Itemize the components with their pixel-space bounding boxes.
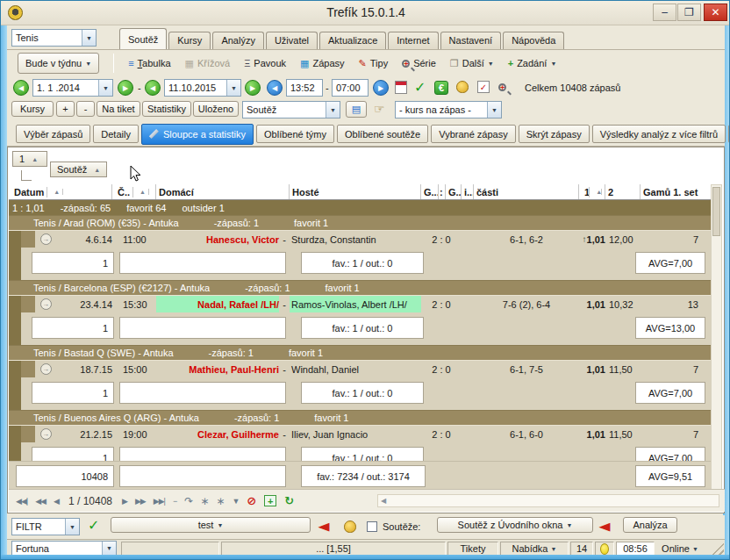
count-input[interactable]: 1 xyxy=(32,317,114,339)
horizontal-scrollbar[interactable]: ◀ xyxy=(377,494,719,507)
nav-prev-page-icon[interactable]: ◀◀ xyxy=(35,497,46,506)
viewtab-oblibene-tymy[interactable]: Oblíbené týmy xyxy=(256,125,334,143)
nav-delete-icon[interactable]: − xyxy=(173,497,176,506)
bell-icon[interactable] xyxy=(456,81,469,93)
statistiky-button[interactable]: Statistiky xyxy=(142,101,191,117)
viewtab-skryt-zapasy[interactable]: Skrýt zápasy xyxy=(519,125,590,143)
minus-button[interactable]: - xyxy=(76,101,95,117)
chevron-down-icon[interactable]: ▼ xyxy=(65,519,79,535)
date-to-prev-button[interactable]: ◀ xyxy=(145,80,161,96)
add-record-icon[interactable]: + xyxy=(264,495,276,506)
alarm-bell-icon[interactable] xyxy=(344,521,356,533)
nav-edit-icon[interactable]: ∗ xyxy=(200,495,208,507)
source-dropdown-button[interactable]: Soutěž z Úvodního okna ▼ xyxy=(437,517,593,533)
preset-dropdown-button[interactable]: test ▼ xyxy=(111,517,311,533)
scrollbar-thumb[interactable] xyxy=(712,187,720,236)
total-count-input[interactable]: 10408 xyxy=(16,465,114,487)
checklist-icon[interactable]: ✓ xyxy=(477,81,490,93)
column-odds2[interactable]: 2 xyxy=(605,184,641,199)
nav-next-page-icon[interactable]: ▶▶ xyxy=(135,497,146,506)
plus-button[interactable]: + xyxy=(56,101,75,117)
date-to-next-button[interactable]: ▶ xyxy=(245,80,261,96)
group-header-row[interactable]: Tenis / Arad (ROM) (€35) - Antuka -zápas… xyxy=(9,215,711,230)
pavouk-button[interactable]: Ξ Pavouk xyxy=(244,58,286,68)
na-tiket-button[interactable]: Na tiket xyxy=(97,101,140,117)
chevron-down-icon[interactable]: ▼ xyxy=(82,30,96,46)
viewtab-oblibene-souteze[interactable]: Oblíbené soutěže xyxy=(337,125,428,143)
chevron-down-icon[interactable]: ▼ xyxy=(226,80,240,96)
column-colon[interactable]: : xyxy=(439,184,446,199)
column-g1[interactable]: G... xyxy=(421,184,439,199)
viewtab-sloupce-a-statistiky[interactable]: Sloupce a statistiky xyxy=(141,124,254,145)
date-from-next-button[interactable]: ▶ xyxy=(118,80,133,96)
group-header-row[interactable]: Tenis / Bastad Q (SWE) - Antuka -zápasů:… xyxy=(9,345,711,360)
nav-first-icon[interactable]: ◀◀| xyxy=(16,497,27,506)
nav-prev-icon[interactable]: ◀ xyxy=(54,497,59,506)
avg-box[interactable]: AVG=7,00 xyxy=(635,382,705,404)
online-panel[interactable]: Online ▼ xyxy=(656,542,704,556)
close-button[interactable]: ✕ xyxy=(704,4,727,21)
tabulka-button[interactable]: ≡ Tabulka xyxy=(128,58,170,68)
count-input[interactable]: 1 xyxy=(32,447,114,461)
filter-input[interactable] xyxy=(119,465,286,487)
chevron-down-icon[interactable]: ▼ xyxy=(487,102,501,118)
zadani-dropdown-button[interactable]: + Zadání ▼ xyxy=(508,58,557,68)
tab-kursy[interactable]: Kursy xyxy=(168,32,211,49)
resize-grip[interactable] xyxy=(712,542,724,555)
match-row[interactable]: → 4.6.14 11:00 Hanescu, Victor - Sturdza… xyxy=(9,230,711,248)
column-hoste[interactable]: Hosté xyxy=(290,184,421,199)
avg-box[interactable]: AVG=13,00 xyxy=(635,317,705,339)
souteze-checkbox[interactable] xyxy=(367,521,377,532)
vertical-scrollbar[interactable] xyxy=(711,184,722,490)
hand-pointer-icon[interactable]: ☞ xyxy=(374,102,385,116)
column-casti[interactable]: části xyxy=(474,184,579,199)
nabidka-panel[interactable]: Nabídka ▼ xyxy=(500,542,569,556)
group-header-row[interactable]: Tenis / Barcelona (ESP) (€2127) - Antuka… xyxy=(9,280,711,295)
time-last-button[interactable]: ▶ xyxy=(373,80,389,96)
apply-filter-check-icon[interactable]: ✓ xyxy=(88,517,99,534)
avg-box[interactable]: AVG=7,00 xyxy=(635,252,705,274)
viewtab-detaily[interactable]: Detaily xyxy=(93,125,139,143)
group-level1-button[interactable]: 1 ▲ xyxy=(12,151,47,167)
sport-select[interactable]: Tenis ▼ xyxy=(11,29,97,47)
fav-out-box[interactable]: fav.: 1 / out.: 0 xyxy=(301,317,424,339)
red-arrow-left-icon[interactable]: ◀ xyxy=(599,520,611,533)
total-fav-out-box[interactable]: fav.: 7234 / out.: 3174 xyxy=(301,465,426,487)
count-input[interactable]: 1 xyxy=(32,252,114,274)
tab-nastaveni[interactable]: Nastavení xyxy=(440,32,502,49)
odds-group-summary-row[interactable]: 1 : 1,01 -zápasů: 65 favorit 64 outsider… xyxy=(9,200,711,215)
chevron-down-icon[interactable]: ▼ xyxy=(326,102,340,118)
time-first-button[interactable]: ◀ xyxy=(267,80,283,96)
period-dropdown-button[interactable]: Bude v týdnu ▼ xyxy=(18,53,99,74)
nav-last-icon[interactable]: ▶▶| xyxy=(154,497,165,506)
nav-filter-icon[interactable]: ▼ xyxy=(232,497,239,506)
bookmaker-select[interactable]: Fortuna ▼ xyxy=(11,541,117,556)
expand-match-icon[interactable]: → xyxy=(35,296,56,312)
time-to-input[interactable]: 07:00 xyxy=(332,79,369,97)
filter-input[interactable] xyxy=(119,317,286,339)
euro-icon[interactable]: € xyxy=(434,81,448,95)
expand-match-icon[interactable]: → xyxy=(35,361,56,377)
column-domaci[interactable]: Domácí xyxy=(156,184,290,199)
minimize-button[interactable]: – xyxy=(653,4,676,21)
filter-input[interactable] xyxy=(119,447,286,461)
column-g2[interactable]: G... xyxy=(446,184,462,199)
filter-select[interactable]: FILTR ▼ xyxy=(11,518,80,535)
cancel-filter-icon[interactable]: ⊘ xyxy=(247,494,256,507)
column-cas[interactable]: Č..▲ xyxy=(112,184,156,199)
odds-select[interactable]: - kurs na zápas - ▼ xyxy=(395,101,502,118)
filter-input[interactable] xyxy=(119,382,286,404)
tab-analyzy[interactable]: Analýzy xyxy=(212,32,264,49)
analyza-button[interactable]: Analýza xyxy=(623,517,677,533)
tab-internet[interactable]: Internet xyxy=(388,32,438,49)
nav-insert-icon[interactable]: ∗ xyxy=(216,495,224,507)
table-export-icon[interactable]: ▤ xyxy=(346,101,367,118)
chevron-down-icon[interactable]: ▼ xyxy=(102,542,116,555)
zapasy-button[interactable]: ▦ Zápasy xyxy=(300,58,344,69)
view-select[interactable]: Soutěž ▼ xyxy=(242,101,340,118)
date-from-input[interactable]: 1. 1 .2014 ▼ xyxy=(32,79,113,97)
expand-match-icon[interactable]: → xyxy=(35,426,56,442)
serie-button[interactable]: + Série xyxy=(402,58,436,68)
date-to-input[interactable]: 11.10.2015 ▼ xyxy=(164,79,241,97)
match-row[interactable]: → 21.2.15 19:00 Clezar, Guilherme - Ilie… xyxy=(9,425,711,442)
